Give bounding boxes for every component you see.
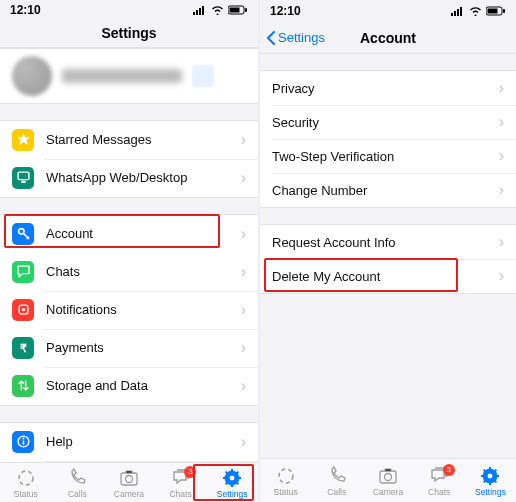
row-storage[interactable]: Storage and Data› (0, 367, 258, 405)
tab-calls[interactable]: Calls (52, 468, 104, 499)
settings-group-3: Help›Tell a Friend› (0, 422, 258, 463)
page-title: Account (360, 30, 416, 46)
chevron-right-icon: › (499, 114, 504, 130)
qr-icon[interactable] (192, 65, 214, 87)
signal-icon (193, 5, 207, 15)
tab-camera[interactable]: Camera (103, 468, 155, 499)
star-icon (12, 129, 34, 151)
tab-status[interactable]: Status (0, 468, 52, 499)
row-label: Payments (46, 340, 229, 355)
row-account[interactable]: Account› (0, 215, 258, 253)
svg-point-9 (18, 229, 23, 234)
rupee-icon: ₹ (12, 337, 34, 359)
tab-label: Status (274, 487, 298, 497)
svg-line-27 (236, 482, 238, 484)
navbar: Settings (0, 19, 258, 47)
tab-label: Chats (169, 489, 191, 499)
row-label: Request Account Info (272, 235, 487, 250)
tab-label: Calls (327, 487, 346, 497)
row-payments[interactable]: ₹Payments› (0, 329, 258, 367)
account-scroll[interactable]: Privacy›Security›Two-Step Verification›C… (260, 54, 516, 458)
clock: 12:10 (10, 3, 41, 17)
row-notifications[interactable]: Notifications› (0, 291, 258, 329)
avatar (12, 56, 52, 96)
tab-bar: StatusCallsCameraChats3Settings (260, 458, 516, 502)
tab-chats[interactable]: Chats3 (414, 466, 465, 497)
tab-status[interactable]: Status (260, 466, 311, 497)
row-label: Storage and Data (46, 378, 229, 393)
badge: 3 (184, 466, 196, 478)
row-chats[interactable]: Chats› (0, 253, 258, 291)
row-label: Help (46, 434, 229, 449)
chevron-right-icon: › (499, 182, 504, 198)
svg-rect-7 (18, 173, 29, 181)
row-security[interactable]: Security› (260, 105, 516, 139)
svg-point-39 (385, 474, 392, 481)
profile-name (62, 69, 182, 83)
tab-label: Calls (68, 489, 87, 499)
row-change-number[interactable]: Change Number› (260, 173, 516, 207)
svg-rect-30 (451, 13, 453, 16)
back-button[interactable]: Settings (266, 30, 325, 45)
tab-calls[interactable]: Calls (311, 466, 362, 497)
calls-icon (67, 468, 87, 488)
svg-rect-19 (126, 471, 132, 473)
chevron-right-icon: › (241, 226, 246, 242)
tab-label: Chats (428, 487, 450, 497)
settings-screen: 12:10 Settings Starred Messages›WhatsApp… (0, 0, 258, 502)
chevron-right-icon: › (499, 80, 504, 96)
row-whatsapp-web[interactable]: WhatsApp Web/Desktop› (0, 159, 258, 197)
row-label: WhatsApp Web/Desktop (46, 170, 229, 185)
row-request-info[interactable]: Request Account Info› (260, 225, 516, 259)
svg-rect-5 (230, 7, 240, 12)
status-icon (16, 468, 36, 488)
svg-point-21 (229, 475, 235, 481)
info-icon (12, 431, 34, 453)
back-label: Settings (278, 30, 325, 45)
status-icons (451, 6, 506, 16)
tab-settings[interactable]: Settings (206, 468, 258, 499)
row-label: Account (46, 226, 229, 241)
row-delete-account[interactable]: Delete My Account› (260, 259, 516, 293)
navbar: Settings Account (260, 22, 516, 54)
tab-chats[interactable]: Chats3 (155, 468, 207, 499)
svg-rect-2 (199, 8, 201, 15)
row-two-step[interactable]: Two-Step Verification› (260, 139, 516, 173)
svg-rect-32 (457, 9, 459, 16)
row-label: Security (272, 115, 487, 130)
svg-point-15 (22, 438, 24, 440)
tab-label: Status (14, 489, 38, 499)
svg-line-29 (236, 472, 238, 474)
tab-camera[interactable]: Camera (362, 466, 413, 497)
svg-point-37 (279, 469, 293, 483)
svg-rect-6 (245, 8, 247, 12)
row-privacy[interactable]: Privacy› (260, 71, 516, 105)
wifi-icon (211, 5, 224, 15)
svg-rect-33 (460, 7, 462, 16)
row-help[interactable]: Help› (0, 423, 258, 461)
tab-bar: StatusCallsCameraChats3Settings (0, 462, 258, 502)
camera-icon (378, 466, 398, 486)
profile-row[interactable] (0, 48, 258, 104)
chevron-right-icon: › (499, 148, 504, 164)
status-bar: 12:10 (0, 0, 258, 19)
svg-text:₹: ₹ (20, 342, 27, 354)
svg-line-47 (484, 470, 486, 472)
signal-icon (451, 6, 465, 16)
svg-line-49 (484, 480, 486, 482)
bell-icon (12, 299, 34, 321)
tab-label: Camera (373, 487, 403, 497)
status-icon (276, 466, 296, 486)
row-label: Change Number (272, 183, 487, 198)
svg-rect-8 (21, 181, 25, 183)
desktop-icon (12, 167, 34, 189)
chevron-right-icon: › (499, 268, 504, 284)
settings-scroll[interactable]: Starred Messages›WhatsApp Web/Desktop› A… (0, 48, 258, 463)
account-screen: 12:10 Settings Account Privacy›Security›… (258, 0, 516, 502)
tab-label: Camera (114, 489, 144, 499)
row-starred-messages[interactable]: Starred Messages› (0, 121, 258, 159)
tab-settings[interactable]: Settings (465, 466, 516, 497)
row-label: Delete My Account (272, 269, 487, 284)
calls-icon (327, 466, 347, 486)
svg-rect-40 (385, 469, 391, 471)
